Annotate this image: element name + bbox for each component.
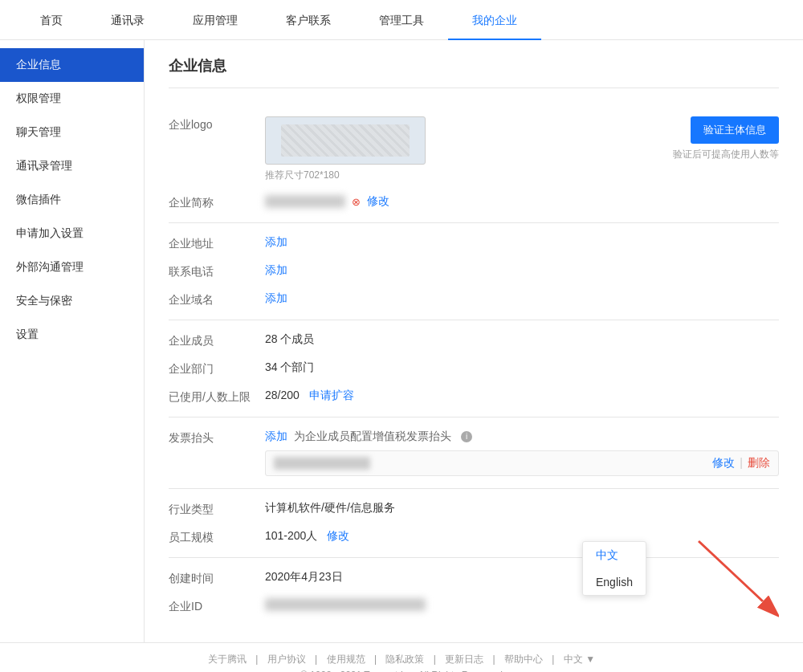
created-value: 2020年4月23日 xyxy=(265,570,779,584)
company-name-content: ⊗ 修改 xyxy=(265,194,779,209)
members-row: 企业成员 28 个成员 xyxy=(169,332,779,348)
employee-value: 101-200人 修改 xyxy=(265,529,779,544)
logo-label: 企业logo xyxy=(169,116,265,132)
page-title: 企业信息 xyxy=(169,56,779,88)
main-layout: 企业信息 权限管理 聊天管理 通讯录管理 微信插件 申请加入设置 外部沟通管理 … xyxy=(0,40,803,642)
created-row: 创建时间 2020年4月23日 xyxy=(169,570,779,586)
sidebar-item-security[interactable]: 安全与保密 xyxy=(0,284,144,318)
usage-row: 已使用/人数上限 28/200 申请扩容 xyxy=(169,389,779,405)
invoice-hint: 为企业成员配置增值税发票抬头 xyxy=(294,430,451,444)
nav-item-tools[interactable]: 管理工具 xyxy=(355,0,448,40)
invoice-separator: | xyxy=(740,456,743,470)
footer-link-lang[interactable]: 中文 ▼ xyxy=(564,654,595,665)
id-row: 企业ID xyxy=(169,598,779,614)
industry-label: 行业类型 xyxy=(169,501,265,517)
sidebar-item-company-info[interactable]: 企业信息 xyxy=(0,48,144,82)
apply-expand-link[interactable]: 申请扩容 xyxy=(309,389,354,401)
footer: 关于腾讯 | 用户协议 | 使用规范 | 隐私政策 | 更新日志 | 帮助中心 … xyxy=(0,642,803,672)
verify-hint: 验证后可提高使用人数等 xyxy=(673,148,779,161)
usage-value: 28/200 申请扩容 xyxy=(265,389,779,403)
domain-row: 企业域名 添加 xyxy=(169,291,779,307)
company-name-edit-link[interactable]: 修改 xyxy=(367,194,389,209)
members-label: 企业成员 xyxy=(169,332,265,348)
logo-value: 推荐尺寸702*180 验证主体信息 验证后可提高使用人数等 xyxy=(265,116,779,182)
sidebar-item-wechat-plugin[interactable]: 微信插件 xyxy=(0,183,144,217)
dept-value: 34 个部门 xyxy=(265,360,779,375)
footer-link-changelog[interactable]: 更新日志 xyxy=(445,654,483,665)
footer-link-privacy[interactable]: 隐私政策 xyxy=(385,654,424,665)
footer-links: 关于腾讯 | 用户协议 | 使用规范 | 隐私政策 | 更新日志 | 帮助中心 … xyxy=(10,653,793,666)
created-label: 创建时间 xyxy=(169,570,265,586)
id-blurred xyxy=(265,598,426,611)
nav-item-apps[interactable]: 应用管理 xyxy=(169,0,262,40)
invoice-content-blurred xyxy=(274,457,370,470)
id-label: 企业ID xyxy=(169,598,265,614)
invoice-info-icon: i xyxy=(461,431,472,442)
created-section: 创建时间 2020年4月23日 企业ID xyxy=(169,558,779,626)
industry-row: 行业类型 计算机软件/硬件/信息服务 xyxy=(169,501,779,517)
logo-section: 企业logo 推荐尺寸702*180 验证主体信息 验证后可提高使用人数等 xyxy=(169,104,779,223)
contact-section: 企业地址 添加 联系电话 添加 企业域名 添加 xyxy=(169,223,779,320)
nav-item-mycompany[interactable]: 我的企业 xyxy=(448,0,541,40)
industry-section: 行业类型 计算机软件/硬件/信息服务 员工规模 101-200人 修改 xyxy=(169,489,779,558)
invoice-value: 添加 为企业成员配置增值税发票抬头 i 修改 | 删除 xyxy=(265,430,779,476)
sidebar-item-external-comm[interactable]: 外部沟通管理 xyxy=(0,250,144,284)
top-navigation: 首页 通讯录 应用管理 客户联系 管理工具 我的企业 xyxy=(0,0,803,40)
invoice-header-row: 添加 为企业成员配置增值税发票抬头 i xyxy=(265,430,779,444)
nav-item-contacts[interactable]: 通讯录 xyxy=(87,0,169,40)
employee-count: 101-200人 xyxy=(265,529,317,542)
employee-label: 员工规模 xyxy=(169,529,265,545)
phone-label: 联系电话 xyxy=(169,263,265,279)
members-section: 企业成员 28 个成员 企业部门 34 个部门 已使用/人数上限 28/200 … xyxy=(169,320,779,417)
company-name-label: 企业简称 xyxy=(169,194,265,210)
logo-image-placeholder xyxy=(281,124,410,157)
invoice-actions: 修改 | 删除 xyxy=(712,456,770,470)
footer-link-help[interactable]: 帮助中心 xyxy=(504,654,543,665)
invoice-delete-link[interactable]: 删除 xyxy=(748,456,770,470)
sidebar-item-settings[interactable]: 设置 xyxy=(0,318,144,352)
usage-count: 28/200 xyxy=(265,389,300,401)
dept-label: 企业部门 xyxy=(169,360,265,377)
nav-item-customers[interactable]: 客户联系 xyxy=(262,0,355,40)
logo-hint: 推荐尺寸702*180 xyxy=(265,169,426,182)
address-add-link[interactable]: 添加 xyxy=(265,235,287,248)
sidebar-item-contacts-mgmt[interactable]: 通讯录管理 xyxy=(0,149,144,183)
invoice-label: 发票抬头 xyxy=(169,430,265,446)
content-area: 企业信息 企业logo 推荐尺寸702*180 验证主体信息 xyxy=(145,40,803,642)
domain-value: 添加 xyxy=(265,291,779,306)
logo-box[interactable] xyxy=(265,116,426,165)
invoice-add-link[interactable]: 添加 xyxy=(265,430,287,444)
footer-link-about[interactable]: 关于腾讯 xyxy=(208,654,247,665)
invoice-section: 发票抬头 添加 为企业成员配置增值税发票抬头 i 修改 | 删除 xyxy=(169,417,779,489)
logo-row: 企业logo 推荐尺寸702*180 验证主体信息 验证后可提高使用人数等 xyxy=(169,116,779,182)
employee-edit-link[interactable]: 修改 xyxy=(327,529,349,542)
lang-item-chinese[interactable]: 中文 xyxy=(583,542,646,569)
phone-add-link[interactable]: 添加 xyxy=(265,263,287,276)
edit-circle-icon: ⊗ xyxy=(352,196,361,208)
language-dropdown: 中文 English xyxy=(582,541,646,596)
invoice-edit-link[interactable]: 修改 xyxy=(712,456,735,470)
sidebar-item-chat[interactable]: 聊天管理 xyxy=(0,116,144,149)
sidebar-item-permissions[interactable]: 权限管理 xyxy=(0,82,144,116)
lang-item-english[interactable]: English xyxy=(583,569,646,595)
domain-add-link[interactable]: 添加 xyxy=(265,291,287,304)
company-name-value: ⊗ 修改 xyxy=(265,194,779,209)
invoice-box: 修改 | 删除 xyxy=(265,450,779,476)
nav-item-home[interactable]: 首页 xyxy=(16,0,87,40)
invoice-row: 发票抬头 添加 为企业成员配置增值税发票抬头 i 修改 | 删除 xyxy=(169,430,779,476)
id-value xyxy=(265,598,779,613)
verify-button[interactable]: 验证主体信息 xyxy=(691,116,779,144)
dept-row: 企业部门 34 个部门 xyxy=(169,360,779,377)
address-label: 企业地址 xyxy=(169,235,265,251)
footer-link-usage[interactable]: 使用规范 xyxy=(327,654,365,665)
usage-label: 已使用/人数上限 xyxy=(169,389,265,405)
sidebar: 企业信息 权限管理 聊天管理 通讯录管理 微信插件 申请加入设置 外部沟通管理 … xyxy=(0,40,145,642)
logo-area: 推荐尺寸702*180 xyxy=(265,116,426,182)
address-value: 添加 xyxy=(265,235,779,250)
logo-with-btn: 推荐尺寸702*180 验证主体信息 验证后可提高使用人数等 xyxy=(265,116,779,182)
footer-link-user-agreement[interactable]: 用户协议 xyxy=(267,654,306,665)
employee-row: 员工规模 101-200人 修改 xyxy=(169,529,779,545)
sidebar-item-join-settings[interactable]: 申请加入设置 xyxy=(0,217,144,250)
industry-value: 计算机软件/硬件/信息服务 xyxy=(265,501,779,515)
company-name-row: 企业简称 ⊗ 修改 xyxy=(169,194,779,210)
